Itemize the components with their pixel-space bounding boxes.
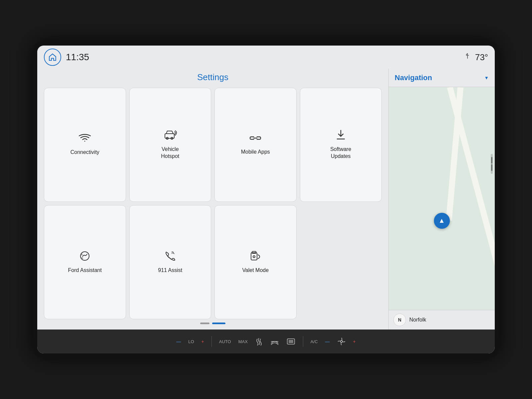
nav-scroll-handle-2 [491,164,492,171]
vehicle-hotspot-button[interactable]: VehicleHotspot [129,88,211,202]
valet-mode-button[interactable]: Valet Mode [214,205,297,319]
rear-defrost-icon[interactable] [286,337,296,345]
max-label: MAX [238,339,248,344]
nav-footer: N Norfolk [389,310,495,330]
auto-label: AUTO [219,339,231,344]
download-icon [336,130,345,142]
svg-point-19 [340,340,342,342]
fan-speed-icon[interactable] [337,337,346,346]
screen: 11:35 73° Settings [37,46,495,353]
main-area: Settings Connectivity [37,69,495,330]
connectivity-label: Connectivity [70,149,99,156]
nav-header[interactable]: Navigation ▼ [389,69,495,87]
mobile-apps-label: Mobile Apps [241,149,270,156]
header: 11:35 73° [37,46,495,69]
settings-grid: Connectivity [44,88,382,319]
ford-assistant-button[interactable]: Ford Assistant [44,205,126,319]
nav-dropdown-icon: ▼ [484,75,489,80]
temp-left-plus[interactable]: + [201,339,204,344]
software-updates-label: SoftwareUpdates [330,146,351,160]
page-dot-1[interactable] [200,323,209,324]
temp-left-minus[interactable]: — [176,339,181,344]
signal-icon [464,53,471,62]
911-assist-button[interactable]: 911 Assist [129,205,211,319]
settings-title: Settings [44,72,382,82]
divider-1 [211,336,212,347]
temp-right-plus[interactable]: + [353,339,356,344]
nav-title: Navigation [395,73,432,82]
vehicle-hotspot-label: VehicleHotspot [161,146,179,160]
nav-scroll-bar[interactable] [491,154,493,174]
ac-label: A/C [311,339,318,344]
clock-display: 11:35 [66,52,89,63]
car-hotspot-icon [164,130,177,142]
settings-panel: Settings Connectivity [37,69,388,330]
lo-label: LO [188,339,194,344]
heat-icon[interactable] [255,337,263,345]
home-icon [48,53,57,62]
svg-point-10 [80,252,89,260]
svg-rect-11 [251,253,257,260]
chain-icon [250,134,261,145]
screen-bezel: 11:35 73° Settings [33,42,499,357]
header-right: 73° [464,52,488,63]
fan-defrost-icon[interactable] [270,337,279,345]
nav-car-indicator: ▲ [434,213,450,229]
valet-mode-label: Valet Mode [242,267,269,274]
car-direction-icon: ▲ [439,217,445,224]
divider-2 [303,336,303,347]
valet-icon [250,251,261,263]
nav-compass: N [393,314,406,326]
page-dot-2[interactable] [212,323,225,324]
mobile-apps-button[interactable]: Mobile Apps [214,88,297,202]
temperature-display: 73° [475,52,488,63]
nav-location: Norfolk [409,317,426,323]
wifi-icon [79,134,91,145]
ford-assistant-icon [79,251,90,263]
software-updates-button[interactable]: SoftwareUpdates [300,88,382,202]
page-indicators [44,319,382,326]
bottom-controls-bar: — LO + AUTO MAX [37,330,495,353]
911-assist-label: 911 Assist [158,267,182,274]
temp-right-minus[interactable]: — [325,339,330,344]
nav-map[interactable]: ▲ [389,87,495,310]
ford-assistant-label: Ford Assistant [68,267,102,274]
home-button[interactable] [44,49,61,66]
911-icon [165,251,176,263]
connectivity-button[interactable]: Connectivity [44,88,126,202]
map-road-1 [447,87,495,303]
nav-scroll-handle [491,157,492,164]
svg-point-13 [253,256,255,258]
navigation-panel: Navigation ▼ ▲ [388,69,495,330]
